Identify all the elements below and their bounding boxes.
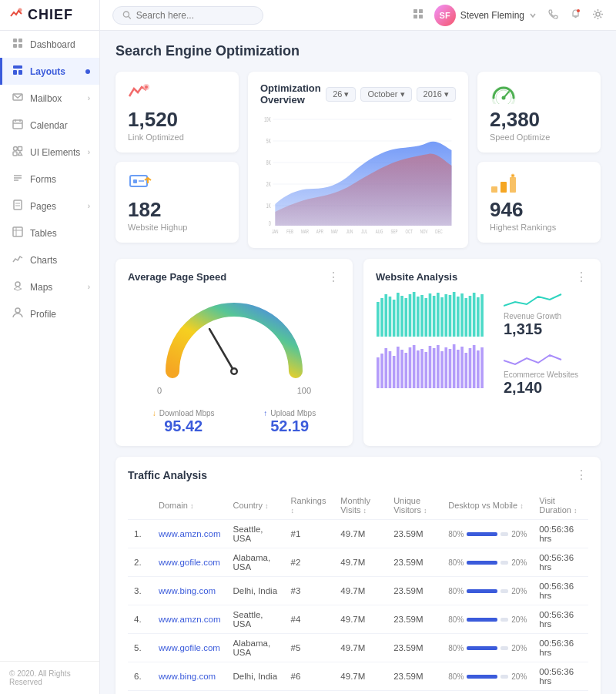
header-icons: SF Steven Fleming [413, 5, 604, 26]
sidebar-item-label: Pages [30, 201, 82, 212]
highest-rankings-card: 946 Highest Rankings [477, 162, 601, 243]
row-duration: 00:56:36 hrs [533, 662, 588, 691]
search-input[interactable] [136, 10, 253, 21]
logo-text: CHIEF [28, 7, 73, 23]
col-country[interactable]: Country ↕ [227, 491, 285, 520]
phone-icon[interactable] [547, 8, 559, 22]
forms-icon [12, 173, 24, 186]
gauge-labels: 0 100 [157, 386, 311, 395]
row-num: 1. [128, 520, 152, 548]
svg-text:JUN: JUN [346, 228, 353, 235]
svg-rect-82 [393, 300, 396, 337]
sidebar-item-charts[interactable]: Charts [0, 246, 99, 273]
svg-rect-2 [18, 39, 22, 42]
sidebar-item-dashboard[interactable]: Dashboard [0, 31, 99, 58]
optimization-chart-card: Optimization Overview 26 ▾ October ▾ 201… [248, 72, 468, 248]
row-duration: 00:56:36 hrs [533, 577, 588, 605]
svg-point-38 [145, 85, 148, 89]
svg-rect-80 [384, 294, 387, 337]
row-unique: 23.59M [387, 605, 442, 634]
filter-2016[interactable]: 2016 ▾ [417, 87, 456, 102]
svg-rect-92 [433, 296, 436, 337]
table-row: 2. www.gofile.com Alabama, USA #2 49.7M … [128, 548, 588, 577]
sidebar-item-profile[interactable]: Profile [0, 300, 99, 327]
charts-icon [12, 253, 24, 267]
bell-icon[interactable] [570, 8, 581, 22]
download-label: Download Mbps [159, 409, 215, 417]
gauge-container: 0 100 [128, 290, 340, 403]
col-rankings[interactable]: Rankings ↕ [285, 491, 335, 520]
page-speed-menu[interactable]: ⋮ [327, 270, 340, 284]
calendar-icon [12, 119, 24, 132]
table-row: 6. www.bing.com Delhi, India #6 49.7M 23… [128, 662, 588, 691]
svg-rect-23 [13, 227, 22, 236]
svg-line-75 [209, 329, 234, 371]
svg-rect-121 [440, 351, 444, 388]
link-optimized-card: 1,520 Link Optimized [116, 72, 239, 153]
row-domain: www.bing.com [152, 662, 227, 691]
gauge-min: 0 [157, 386, 162, 395]
website-analysis-menu[interactable]: ⋮ [575, 270, 588, 284]
svg-text:APR: APR [316, 228, 323, 235]
svg-rect-100 [464, 298, 467, 337]
svg-rect-30 [413, 9, 417, 13]
sidebar-item-tables[interactable]: Tables [0, 220, 99, 246]
upload-stat: ↑ Upload Mbps 52.19 [263, 409, 316, 435]
mid-row: Average Page Speed ⋮ [116, 259, 601, 446]
filter-26[interactable]: 26 ▾ [326, 87, 356, 102]
svg-rect-95 [444, 294, 447, 337]
svg-rect-85 [404, 298, 407, 337]
row-duration: 00:56:36 hrs [533, 520, 588, 548]
col-domain[interactable]: Domain ↕ [152, 491, 227, 520]
settings-icon[interactable] [592, 8, 604, 22]
svg-rect-127 [464, 353, 467, 388]
col-desktop-mobile[interactable]: Desktop vs Mobile ↕ [442, 491, 533, 520]
speed-icon [490, 82, 517, 106]
row-monthly: 49.7M [334, 520, 387, 548]
col-num [128, 491, 152, 520]
svg-rect-72 [510, 177, 516, 193]
svg-rect-96 [449, 295, 452, 337]
sidebar-item-ui-elements[interactable]: UI Elements › [0, 139, 99, 166]
sidebar-item-calendar[interactable]: Calendar [0, 112, 99, 139]
search-box[interactable] [112, 6, 263, 25]
svg-rect-32 [413, 15, 417, 18]
row-num: 7. [128, 691, 152, 695]
speed-optimize-label: Speed Optimize [490, 132, 550, 142]
traffic-table-menu[interactable]: ⋮ [575, 468, 588, 482]
svg-rect-123 [449, 349, 452, 388]
row-ranking: #2 [285, 548, 335, 577]
svg-rect-110 [397, 347, 400, 388]
svg-rect-119 [433, 348, 436, 388]
avatar: SF [434, 5, 456, 26]
col-monthly[interactable]: Monthly Visits ↕ [334, 491, 387, 520]
tables-icon [12, 226, 24, 240]
row-desktop-mobile: 80% 20% [442, 548, 533, 577]
svg-point-35 [577, 9, 580, 12]
svg-rect-122 [444, 347, 447, 388]
row-domain: www.bing.com [152, 577, 227, 605]
sidebar-item-label: Mailbox [30, 93, 82, 104]
svg-rect-111 [400, 350, 403, 388]
table-row: 7. www.amzn.com Seattle, USA #7 49.7M 23… [128, 691, 588, 695]
sidebar-item-pages[interactable]: Pages › [0, 193, 99, 220]
svg-rect-71 [500, 182, 507, 193]
svg-text:JAN: JAN [272, 228, 279, 235]
col-duration[interactable]: Visit Duration ↕ [533, 491, 588, 520]
arrow-icon: › [88, 202, 90, 210]
svg-text:10K: 10K [264, 115, 271, 123]
user-name: Steven Fleming [460, 10, 524, 21]
sidebar-item-mailbox[interactable]: Mailbox › [0, 85, 99, 112]
sidebar-item-layouts[interactable]: Layouts [0, 58, 99, 85]
user-menu[interactable]: SF Steven Fleming [434, 5, 537, 26]
row-monthly: 49.7M [334, 605, 387, 634]
col-unique[interactable]: Unique Visitors ↕ [387, 491, 442, 520]
logo-icon [9, 7, 23, 24]
row-num: 2. [128, 548, 152, 577]
filter-october[interactable]: October ▾ [360, 87, 411, 102]
table-row: 5. www.gofile.com Alabama, USA #5 49.7M … [128, 634, 588, 662]
svg-text:2K: 2K [266, 179, 271, 188]
grid-icon[interactable] [413, 8, 424, 22]
sidebar-item-forms[interactable]: Forms [0, 166, 99, 193]
sidebar-item-maps[interactable]: Maps › [0, 273, 99, 300]
